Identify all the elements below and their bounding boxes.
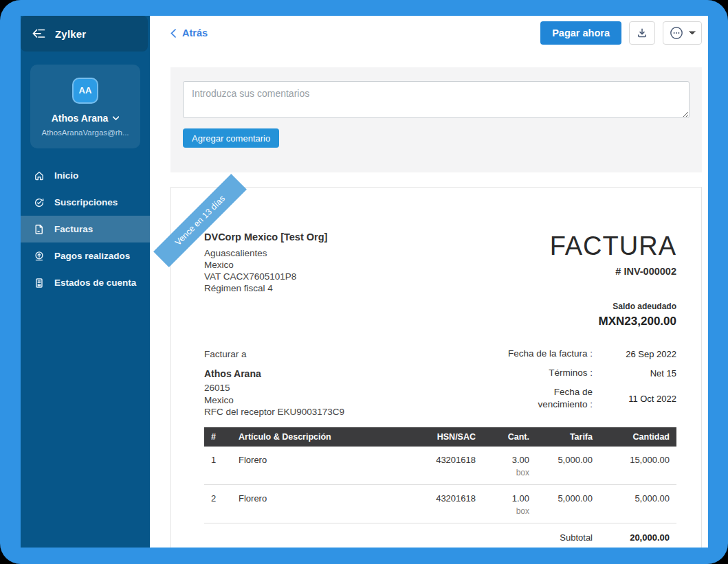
header-rate: Tarifa [536,427,599,447]
pay-now-button[interactable]: Pagar ahora [540,21,621,45]
meta-value: Net 15 [593,368,676,379]
invoice-header: DVCorp Mexico [Test Org] Aguascalientes … [204,232,676,328]
sidebar-item-label: Pagos realizados [54,251,130,261]
invoice-card: Vence en 13 días DVCorp Mexico [Test Org… [170,187,702,548]
cell-amount: 15,000.00 [599,447,676,485]
ellipsis-circle-icon [670,26,683,40]
table-row: 1 Florero 43201618 3.00 box 5,000.00 15,… [204,447,676,485]
comment-input[interactable] [183,81,690,118]
avatar: AA [72,78,98,104]
topbar: Atrás Pagar ahora [170,16,702,45]
topbar-actions: Pagar ahora [540,21,702,45]
sidebar-item-label: Suscripciones [54,197,118,207]
sidebar: Zylker AA Athos Arana AthosAranaVargas@r… [21,16,150,548]
sidebar-item-pagos-realizados[interactable]: Pagos realizados [21,242,150,269]
sidebar-item-label: Inicio [54,170,78,181]
qty-unit: box [489,468,529,477]
user-card: AA Athos Arana AthosAranaVargas@rh... [30,65,140,148]
add-comment-button[interactable]: Agregar comentario [183,128,279,148]
customer-name: Athos Arana [204,368,344,379]
bill-to-block: Facturar a Athos Arana 26015 Mexico RFC … [204,349,344,418]
meta-label: Términos : [502,367,593,379]
company-fiscal-regime: Régimen fiscal 4 [204,282,327,294]
meta-value: 26 Sep 2022 [593,349,676,359]
company-address-line: Aguascalientes [204,247,327,259]
invoice-meta: Fecha de la factura : 26 Sep 2022 Términ… [502,348,676,418]
cell-qty: 1.00 box [483,484,536,523]
brand-name: Zylker [55,28,86,40]
invoice-date-row: Fecha de la factura : 26 Sep 2022 [502,348,676,360]
header-amount: Cantidad [599,427,676,447]
back-label: Atrás [182,27,208,38]
customer-address-line: Mexico [204,394,344,407]
header-item: Artículo & Descripción [232,427,407,447]
subtotal-value: 20,000.00 [593,532,670,543]
sidebar-header: Zylker [21,16,148,52]
sidebar-item-inicio[interactable]: Inicio [21,162,150,189]
invoice-number: # INV-000002 [550,266,676,277]
balance-due-amount: MXN23,200.00 [550,315,676,328]
download-icon [637,27,648,38]
subscriptions-icon [33,197,45,208]
invoice-title: FACTURA [550,232,676,260]
cell-rate: 5,000.00 [536,447,599,485]
sidebar-item-facturas[interactable]: Facturas [21,216,150,242]
caret-down-icon [689,31,696,35]
company-block: DVCorp Mexico [Test Org] Aguascalientes … [204,232,327,328]
customer-rfc: RFC del receptor EKU9003173C9 [204,406,344,418]
header-qty: Cant. [483,427,536,447]
more-actions-button[interactable] [663,21,702,45]
invoice-title-block: FACTURA # INV-000002 Saldo adeudado MXN2… [550,232,676,328]
sidebar-item-estados-de-cuenta[interactable]: Estados de cuenta [21,269,150,296]
qty-unit: box [489,506,529,516]
user-name: Athos Arana [52,113,109,124]
cell-rate: 5,000.00 [536,484,599,523]
qty-value: 1.00 [489,493,529,504]
line-items-table: # Artículo & Descripción HSN/SAC Cant. T… [204,427,676,523]
meta-label: Fecha de la factura : [502,348,593,360]
sidebar-item-label: Estados de cuenta [54,278,136,288]
customer-address-line: 26015 [204,382,344,394]
invoices-icon [33,224,45,235]
subtotal-row: Subtotal 20,000.00 [204,523,676,548]
cell-hsn: 43201618 [407,484,483,523]
terms-row: Términos : Net 15 [502,367,676,379]
table-header-row: # Artículo & Descripción HSN/SAC Cant. T… [204,427,676,447]
download-button[interactable] [629,21,655,45]
billing-section: Facturar a Athos Arana 26015 Mexico RFC … [204,349,676,418]
back-button[interactable]: Atrás [170,27,208,38]
cell-amount: 5,000.00 [599,484,676,523]
home-icon [33,170,45,181]
app-window: Zylker AA Athos Arana AthosAranaVargas@r… [0,0,728,564]
cell-hsn: 43201618 [407,447,483,485]
chevron-left-icon [170,29,176,38]
header-number: # [204,427,232,447]
sidebar-item-suscripciones[interactable]: Suscripciones [21,189,150,216]
subtotal-label: Subtotal [560,532,593,543]
main-content: Atrás Pagar ahora [150,16,708,548]
payments-icon [33,251,45,262]
statements-icon [33,278,45,289]
cell-number: 2 [204,484,232,523]
cell-qty: 3.00 box [483,447,536,485]
company-vat: VAT CACX7605101P8 [204,271,327,282]
sidebar-nav: Inicio Suscripciones [21,162,150,296]
cell-item: Florero [232,484,407,523]
caret-down-icon [113,116,119,120]
header-hsn: HSN/SAC [407,427,483,447]
user-menu-toggle[interactable]: Athos Arana [37,113,133,124]
comment-panel: Agregar comentario [170,67,702,172]
collapse-menu-icon[interactable] [32,28,45,39]
qty-value: 3.00 [489,455,529,465]
balance-due-label: Saldo adeudado [550,302,676,311]
company-name: DVCorp Mexico [Test Org] [204,232,327,242]
due-date-row: Fecha de vencimiento : 11 Oct 2022 [502,386,676,411]
sidebar-item-label: Facturas [54,224,93,234]
meta-value: 11 Oct 2022 [593,394,676,404]
cell-number: 1 [204,447,232,485]
table-row: 2 Florero 43201618 1.00 box 5,000.00 5,0… [204,484,676,523]
company-address-line: Mexico [204,259,327,271]
bill-to-label: Facturar a [204,349,344,359]
cell-item: Florero [232,447,407,485]
customer-portal: Zylker AA Athos Arana AthosAranaVargas@r… [21,16,708,548]
